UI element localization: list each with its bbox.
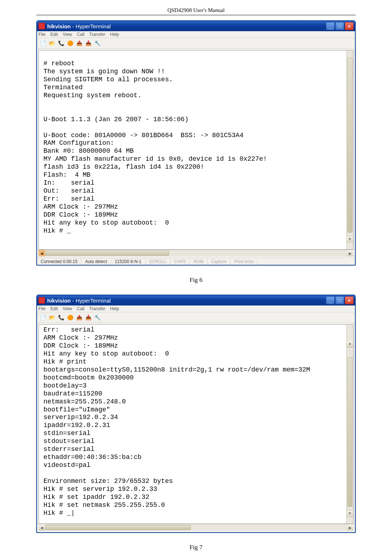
menu-view[interactable]: View [63, 306, 72, 311]
maximize-button[interactable]: □ [335, 22, 344, 30]
menu-help[interactable]: Help [110, 306, 119, 311]
receive-icon[interactable]: 📥 [85, 40, 92, 47]
status-detect: Auto detect [81, 258, 111, 265]
menu-view[interactable]: View [63, 32, 72, 37]
toolbar: 📄 📂 📞 🟠 📤 📥 🔧 [37, 38, 355, 49]
menu-transfer[interactable]: Transfer [89, 32, 105, 37]
h-scrollbar-thumb[interactable] [45, 525, 191, 530]
menu-call[interactable]: Call [77, 32, 85, 37]
vertical-scrollbar[interactable]: ▲ ▼ [346, 325, 353, 524]
window-title: hikvision - HyperTerminal [47, 297, 325, 304]
scroll-down-icon[interactable]: ▼ [347, 236, 353, 243]
menu-edit[interactable]: Edit [50, 306, 58, 311]
status-caps: CAPS [171, 258, 190, 265]
titlebar: hikvision - HyperTerminal _ □ × [37, 21, 355, 31]
close-button[interactable]: × [345, 22, 354, 30]
terminal-output[interactable]: Err: serial ARM Clock :- 297MHz DDR Cloc… [38, 324, 354, 524]
menubar: File Edit View Call Transfer Help [37, 305, 355, 312]
open-icon[interactable]: 📂 [48, 40, 56, 47]
scroll-right-icon[interactable]: ▶ [347, 524, 354, 531]
app-icon [38, 23, 45, 29]
app-icon [38, 297, 45, 304]
scroll-left-icon[interactable]: ◀ [38, 250, 45, 257]
scroll-right-icon[interactable]: ▶ [347, 250, 354, 257]
receive-icon[interactable]: 📥 [85, 314, 92, 321]
scroll-up-icon[interactable]: ▲ [347, 341, 353, 348]
statusbar: Connected 0:00:15 Auto detect 115200 8-N… [37, 258, 355, 265]
menubar: File Edit View Call Transfer Help [37, 31, 355, 38]
status-params: 115200 8-N-1 [111, 258, 145, 265]
close-button[interactable]: × [345, 296, 354, 304]
terminal-output[interactable]: # reboot The system is going down NOW !!… [38, 50, 354, 250]
hyperterminal-window-2: hikvision - HyperTerminal _ □ × File Edi… [36, 295, 356, 533]
new-icon[interactable]: 📄 [39, 314, 46, 321]
menu-file[interactable]: File [38, 306, 45, 311]
status-connected: Connected 0:00:15 [37, 258, 81, 265]
status-num: NUM [190, 258, 207, 265]
new-icon[interactable]: 📄 [39, 40, 46, 47]
menu-help[interactable]: Help [110, 32, 119, 37]
maximize-button[interactable]: □ [335, 296, 344, 304]
scrollbar-thumb[interactable] [347, 357, 352, 507]
open-icon[interactable]: 📂 [48, 314, 56, 321]
status-scroll: SCROLL [146, 258, 171, 265]
vertical-scrollbar[interactable]: ▲ ▼ [346, 50, 353, 249]
scrollbar-thumb[interactable] [347, 58, 352, 233]
disconnect-icon[interactable]: 🟠 [66, 40, 74, 47]
toolbar: 📄 📂 📞 🟠 📤 📥 🔧 [37, 312, 355, 323]
minimize-button[interactable]: _ [326, 22, 335, 30]
figure-caption-6: Fig 6 [36, 276, 356, 284]
disconnect-icon[interactable]: 🟠 [66, 314, 74, 321]
send-icon[interactable]: 📤 [75, 314, 83, 321]
h-scrollbar-thumb[interactable] [45, 251, 169, 256]
horizontal-scrollbar[interactable]: ◀ ▶ [38, 524, 354, 531]
status-echo: Print echo [230, 258, 258, 265]
figure-caption-7: Fig 7 [36, 544, 356, 551]
properties-icon[interactable]: 🔧 [94, 314, 101, 321]
status-capture: Capture [208, 258, 231, 265]
horizontal-scrollbar[interactable]: ◀ ▶ [38, 250, 354, 257]
menu-file[interactable]: File [38, 32, 45, 37]
menu-transfer[interactable]: Transfer [89, 306, 105, 311]
page-header: QSD42908 User's Manual [36, 7, 356, 15]
minimize-button[interactable]: _ [326, 296, 335, 304]
menu-call[interactable]: Call [77, 306, 85, 311]
hyperterminal-window-1: hikvision - HyperTerminal _ □ × File Edi… [36, 20, 356, 266]
connect-icon[interactable]: 📞 [57, 314, 65, 321]
scroll-down-icon[interactable]: ▼ [347, 510, 353, 517]
send-icon[interactable]: 📤 [75, 40, 83, 47]
menu-edit[interactable]: Edit [50, 32, 58, 37]
titlebar: hikvision - HyperTerminal _ □ × [37, 295, 355, 305]
window-title: hikvision - HyperTerminal [47, 23, 325, 29]
scroll-left-icon[interactable]: ◀ [38, 524, 45, 531]
connect-icon[interactable]: 📞 [57, 40, 65, 47]
properties-icon[interactable]: 🔧 [94, 40, 101, 47]
